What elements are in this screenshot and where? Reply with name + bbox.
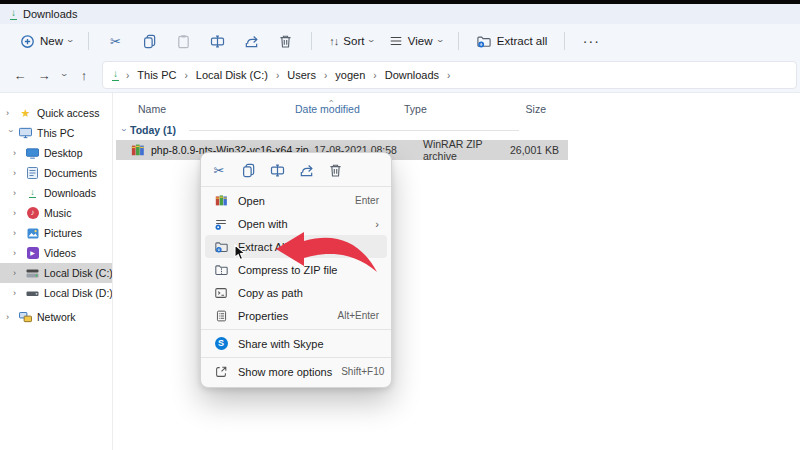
downloads-tab-icon: ↓ [10,8,17,20]
annotation-arrow [258,222,388,284]
sidebar-item-label: Network [37,311,76,323]
sidebar-item-local-disk-d[interactable]: › Local Disk (D:) [0,283,112,303]
expand-chevron-icon[interactable]: › [13,169,21,178]
column-header-size[interactable]: Size [489,103,546,115]
copy-as-path-icon [213,286,229,300]
sidebar-item-pictures[interactable]: › Pictures [0,223,112,243]
new-button-label: New [40,35,63,47]
back-button[interactable]: ← [8,63,32,87]
pictures-icon [25,228,40,239]
skype-icon: S [215,337,228,350]
new-button[interactable]: New › [12,28,79,54]
expand-chevron-icon[interactable]: › [13,249,21,258]
expand-chevron-icon[interactable]: › [13,149,21,158]
expand-chevron-icon[interactable]: › [13,229,21,238]
compress-zip-icon [213,263,229,277]
recent-locations-button[interactable]: › [56,63,72,87]
up-button[interactable]: ↑ [72,63,96,87]
sidebar-item-label: Local Disk (C:) [44,267,113,279]
downloads-location-icon: ↓ [112,69,119,81]
toolbar-divider [311,32,312,50]
navigation-pane: › ★ Quick access › This PC › Desktop › D… [0,93,113,450]
breadcrumb-downloads[interactable]: Downloads [384,69,440,81]
scissors-icon: ✂ [214,164,225,177]
paste-icon [176,34,191,49]
breadcrumb-yogen[interactable]: yogen [334,69,366,81]
delete-button[interactable] [270,28,300,54]
rename-icon [270,163,285,178]
cut-button[interactable]: ✂ [100,28,130,54]
expand-chevron-icon[interactable]: › [6,109,14,118]
trash-icon [278,34,293,49]
sidebar-item-network[interactable]: › Network [0,307,112,327]
file-type: WinRAR ZIP archive [423,138,508,162]
menu-separator [201,329,391,330]
extract-all-icon [213,240,229,254]
extract-all-toolbar-button[interactable]: Extract all [468,28,556,54]
group-collapse-chevron-icon[interactable]: › [119,129,129,132]
sidebar-item-documents[interactable]: › Documents [0,163,112,183]
breadcrumb-this-pc[interactable]: This PC [136,69,177,81]
menu-item-open[interactable]: Open Enter [205,189,387,212]
expand-chevron-icon[interactable]: › [13,269,21,278]
see-more-button[interactable]: ··· [576,28,606,54]
ellipsis-icon: ··· [583,33,600,49]
local-disk-d-icon [25,289,40,298]
rename-menu-button[interactable] [266,159,288,181]
trash-icon [328,163,343,178]
winrar-icon [213,194,229,207]
file-size: 26,001 KB [508,144,565,156]
menu-item-show-more-options[interactable]: Show more options Shift+F10 [205,360,387,383]
breadcrumb-separator: › [126,70,129,81]
titlebar: ↓ Downloads [0,4,800,24]
group-header-today[interactable]: › Today (1) [114,122,519,138]
menu-item-copy-as-path[interactable]: Copy as path [205,281,387,304]
sidebar-item-music[interactable]: › ♪ Music [0,203,112,223]
sidebar-item-quick-access[interactable]: › ★ Quick access [0,103,112,123]
show-more-options-icon [213,365,229,379]
mouse-cursor [234,244,248,262]
breadcrumb-local-disk-c[interactable]: Local Disk (C:) [195,69,269,81]
copy-button[interactable] [134,28,164,54]
sidebar-item-local-disk-c[interactable]: › Local Disk (C:) [0,263,112,283]
collapse-chevron-icon[interactable]: › [6,129,15,137]
sort-button[interactable]: ↑↓ Sort › [321,28,380,54]
paste-button[interactable] [168,28,198,54]
menu-item-properties[interactable]: Properties Alt+Enter [205,304,387,327]
rename-button[interactable] [202,28,232,54]
extract-folder-icon [476,34,492,49]
share-icon [244,34,259,49]
sort-ascending-icon: › [326,100,336,103]
forward-button[interactable]: → [32,63,56,87]
column-header-type[interactable]: Type [404,103,489,115]
documents-icon [25,167,40,179]
address-bar[interactable]: ↓ › This PC › Local Disk (C:) › Users › … [102,61,797,89]
column-header-date-modified[interactable]: Date modified › [295,103,404,115]
breadcrumb-users[interactable]: Users [286,69,317,81]
expand-chevron-icon[interactable]: › [13,209,21,218]
copy-menu-button[interactable] [237,159,259,181]
sidebar-item-label: Pictures [44,227,82,239]
expand-chevron-icon[interactable]: › [6,313,14,322]
column-header-name[interactable]: Name [114,103,295,115]
sidebar-item-videos[interactable]: › ▶ Videos [0,243,112,263]
expand-chevron-icon[interactable]: › [13,289,21,298]
sidebar-item-label: Videos [44,247,76,259]
copy-icon [142,34,157,49]
view-button[interactable]: View › [381,28,449,54]
quick-access-star-icon: ★ [18,108,33,119]
delete-menu-button[interactable] [324,159,346,181]
sidebar-item-this-pc[interactable]: › This PC [0,123,112,143]
menu-item-share-with-skype[interactable]: S Share with Skype [205,332,387,355]
sidebar-item-downloads[interactable]: › ↓ Downloads [0,183,112,203]
share-menu-button[interactable] [295,159,317,181]
share-button[interactable] [236,28,266,54]
copy-icon [241,163,256,178]
back-arrow-icon: ← [14,68,27,83]
sidebar-item-label: Documents [44,167,97,179]
context-menu-quick-actions: ✂ [201,156,391,184]
cut-menu-button[interactable]: ✂ [208,159,230,181]
expand-chevron-icon[interactable]: › [13,189,21,198]
breadcrumb-separator: › [447,70,450,81]
sidebar-item-desktop[interactable]: › Desktop [0,143,112,163]
